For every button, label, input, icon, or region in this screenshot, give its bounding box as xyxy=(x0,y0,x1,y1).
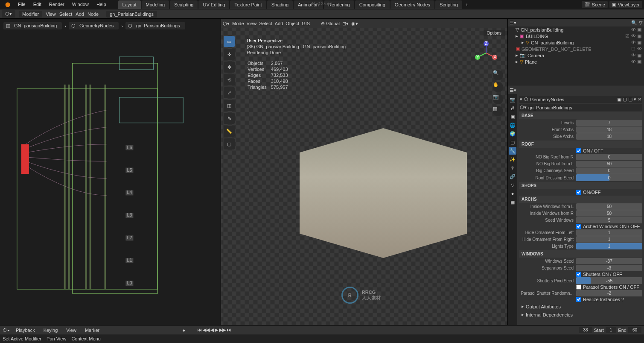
output-attributes-section[interactable]: ▸Output Attributes xyxy=(519,302,642,311)
tab-sculpting[interactable]: Sculpting xyxy=(170,0,198,9)
vp-gis[interactable]: GIS xyxy=(302,21,310,26)
side-archs-input[interactable]: 18 xyxy=(576,133,642,140)
outliner[interactable]: ▽GN_parisianBuilding👁▣ ▸▣BUILDING☑👁▣ ▸▽G… xyxy=(508,26,644,86)
camera-gizmo[interactable]: 📷 xyxy=(493,94,503,104)
scene-selector[interactable]: 🎬 Scene xyxy=(582,1,608,8)
autokey-toggle[interactable]: ● xyxy=(182,328,185,333)
outliner-item[interactable]: ▸▽GN_parisianBuilding👁▣ xyxy=(508,39,644,46)
keying-menu[interactable]: Keying xyxy=(41,327,61,334)
tab-shading[interactable]: Shading xyxy=(267,0,293,9)
jump-start-button[interactable]: ⏮ xyxy=(197,327,202,333)
outliner-item[interactable]: ▸📷Camera👁▣ xyxy=(508,52,644,59)
add-workspace-button[interactable]: + xyxy=(463,0,471,9)
modifier-dropdown[interactable]: Modifier xyxy=(19,11,42,18)
pan-gizmo[interactable]: ✋ xyxy=(493,82,503,92)
object-props-tab[interactable]: ▢ xyxy=(509,138,516,146)
nh-node[interactable]: Node xyxy=(87,12,99,17)
outliner-type-icon[interactable]: ☰▾ xyxy=(510,20,516,26)
rotate-tool[interactable]: ⟲ xyxy=(224,74,235,85)
timeline-view-menu[interactable]: View xyxy=(64,327,79,334)
nh-view[interactable]: View xyxy=(46,12,56,17)
tab-modeling[interactable]: Modeling xyxy=(142,0,169,9)
current-frame-input[interactable]: 38 xyxy=(579,327,592,333)
nodegroup-selector[interactable]: gn_ParisianBuildings xyxy=(106,11,157,18)
internal-dependencies-section[interactable]: ▸Internal Dependencies xyxy=(519,311,642,319)
zoom-gizmo[interactable]: 🔍 xyxy=(493,70,503,80)
outliner-filter-toggle[interactable]: ▽ xyxy=(639,20,642,26)
tab-geometrynodes[interactable]: Geometry Nodes xyxy=(390,0,434,9)
seed-windows-input[interactable]: 5 xyxy=(576,217,642,223)
physics-props-tab[interactable]: ⚛ xyxy=(509,164,516,172)
inside-windows-r-input[interactable]: 50 xyxy=(576,210,642,217)
proportional-edit[interactable]: ◉▾ xyxy=(351,21,358,26)
no-big-roof-l-input[interactable]: 50 xyxy=(576,161,642,167)
breadcrumb-item[interactable]: ⬡ gn_ParisianBuildings xyxy=(125,22,185,29)
prev-keyframe-button[interactable]: ◀◀ xyxy=(203,327,210,333)
levels-input[interactable]: 7 xyxy=(576,120,642,126)
nodegroup-name-field[interactable]: gn_ParisianBuildings xyxy=(528,105,572,110)
orientation-selector[interactable]: ⊕ Global xyxy=(321,21,340,26)
viewport-options[interactable]: Options xyxy=(484,30,505,36)
outliner-item[interactable]: ▽GN_parisianBuilding👁▣ xyxy=(508,26,644,33)
modifier-props-tab[interactable]: 🔧 xyxy=(509,147,516,155)
blender-icon[interactable]: ⬤ xyxy=(2,0,14,9)
menu-help[interactable]: Help xyxy=(93,0,110,9)
navigation-gizmo[interactable]: X Y Z xyxy=(473,40,499,66)
render-props-tab[interactable]: 📷 xyxy=(509,96,516,103)
output-props-tab[interactable]: 🖨 xyxy=(509,104,516,112)
timeline-type-icon[interactable]: ⏱▾ xyxy=(3,328,10,333)
lights-type-input[interactable]: 1 xyxy=(576,243,642,249)
editor-type-selector[interactable]: ⬡▾ xyxy=(2,10,15,18)
world-props-tab[interactable]: 🌍 xyxy=(509,130,516,138)
parasol-shutters-checkbox[interactable] xyxy=(576,284,581,290)
transform-tool[interactable]: ◫ xyxy=(224,100,235,111)
big-chimneys-seed-input[interactable]: 0 xyxy=(576,167,642,174)
inside-windows-l-input[interactable]: 50 xyxy=(576,203,642,210)
outliner-filter-icon[interactable]: 🔍 xyxy=(631,20,637,26)
constraint-props-tab[interactable]: 🔗 xyxy=(509,173,516,180)
move-tool[interactable]: ✥ xyxy=(224,62,235,73)
breadcrumb-item[interactable]: ▥ GN_parisianBuilding xyxy=(3,22,62,29)
tab-compositing[interactable]: Compositing xyxy=(355,0,390,9)
nh-add[interactable]: Add xyxy=(76,12,84,17)
menu-render[interactable]: Render xyxy=(46,0,68,9)
vp-object[interactable]: Object xyxy=(286,21,299,26)
roof-onoff-checkbox[interactable] xyxy=(576,148,581,153)
mesh-props-tab[interactable]: ▽ xyxy=(509,181,516,189)
shutters-pivotseed-input[interactable]: -55 xyxy=(576,277,642,284)
end-frame-input[interactable]: 60 xyxy=(628,327,641,333)
outliner-item[interactable]: ▸▣BUILDING☑👁▣ xyxy=(508,33,644,39)
material-props-tab[interactable]: ● xyxy=(509,190,516,197)
roof-dressing-seed-input[interactable]: 0 xyxy=(576,174,642,181)
outliner-item[interactable]: ▸▽Plane👁▣ xyxy=(508,59,644,65)
select-box-tool[interactable]: ▭ xyxy=(224,36,235,47)
realize-instances-checkbox[interactable] xyxy=(576,297,581,302)
play-reverse-button[interactable]: ◀ xyxy=(210,327,214,333)
next-keyframe-button[interactable]: ▶▶ xyxy=(219,327,226,333)
no-big-roof-r-input[interactable]: 0 xyxy=(576,154,642,160)
parasol-randomness-input[interactable]: -2 xyxy=(576,290,642,296)
vp-view[interactable]: View xyxy=(247,21,257,26)
tab-layout[interactable]: Layout xyxy=(118,0,141,9)
shops-onoff-checkbox[interactable] xyxy=(576,190,581,195)
snap-selector[interactable]: ⊡▾ xyxy=(342,21,349,26)
marker-menu[interactable]: Marker xyxy=(82,327,102,334)
perspective-toggle[interactable]: ▦ xyxy=(493,106,503,116)
jump-end-button[interactable]: ⏭ xyxy=(227,327,231,333)
scale-tool[interactable]: ⤢ xyxy=(224,87,235,98)
breadcrumb-item[interactable]: ⬡ GeometryNodes xyxy=(69,22,119,29)
viewlayer-selector[interactable]: ▣ ViewLayer xyxy=(609,1,642,8)
vp-add[interactable]: Add xyxy=(275,21,283,26)
mode-selector[interactable]: Mode xyxy=(232,21,244,26)
play-button[interactable]: ▶ xyxy=(215,327,218,333)
playback-menu[interactable]: Playback xyxy=(13,327,38,334)
tab-uvediting[interactable]: UV Editing xyxy=(198,0,229,9)
hide-ornament-left-input[interactable]: 1 xyxy=(576,229,642,236)
cursor-tool[interactable]: ✛ xyxy=(224,49,235,60)
properties-type-icon[interactable]: ☰▾ xyxy=(510,88,516,93)
texture-props-tab[interactable]: ▦ xyxy=(509,198,516,206)
tab-texturepaint[interactable]: Texture Paint xyxy=(230,0,266,9)
menu-edit[interactable]: Edit xyxy=(30,0,45,9)
outliner-item[interactable]: ▣GEOMETRY_DO_NOT_DELETE☐👁 xyxy=(508,46,644,52)
node-canvas[interactable]: L6 L5 L4 L3 L2 L1 L0 xyxy=(0,32,221,325)
